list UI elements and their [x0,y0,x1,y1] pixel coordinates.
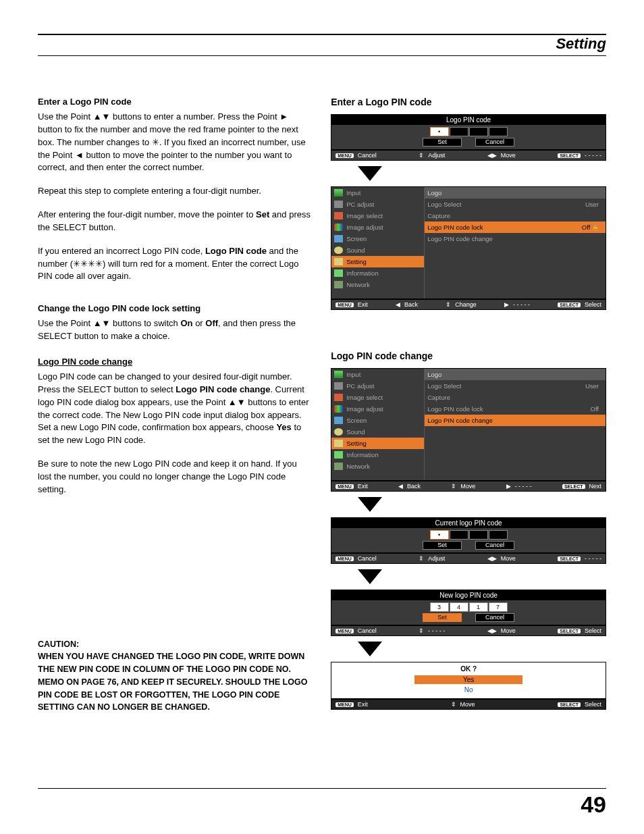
menu-icon [334,417,343,424]
menu-item[interactable]: Sound [331,244,424,256]
hint-bar: MENUCancel ⇕ - - - - - ◀▶ Move SELECTSel… [331,625,606,636]
pin-entry-title: Logo PIN code [331,115,606,125]
submenu-item[interactable]: Logo PIN code change [425,233,606,244]
menu-icon [334,451,343,459]
set-button[interactable]: Set [423,541,462,550]
right-icon: ► [279,111,288,122]
star-icon: ✳ [152,137,159,147]
hint-bar: MENUCancel ⇕ Adjust ◀▶ Move SELECT- - - … [331,553,606,564]
menu-item[interactable]: Information [331,449,424,461]
cancel-button[interactable]: Cancel [475,138,514,147]
pin-digit[interactable]: • [430,127,449,136]
arrow-down-icon [358,166,382,181]
menu-item[interactable]: Sound [331,426,424,438]
menu-item[interactable]: Network [331,279,424,290]
section-change-pin-p1: Logo PIN code can be changed to your des… [38,371,311,447]
confirm-yes[interactable]: Yes [414,675,522,684]
section-enter-pin-p3: After entering the four-digit number, mo… [38,209,311,234]
pin-digit[interactable]: 3 [430,602,449,612]
cancel-button[interactable]: Cancel [475,541,514,550]
confirm-title: OK ? [331,662,606,675]
menu-item[interactable]: Input [331,369,424,380]
arrow-down-icon [358,569,382,584]
submenu-item[interactable]: Logo PIN code lockOff [425,403,606,415]
submenu-item[interactable]: Logo SelectUser [425,380,606,392]
osd-menu-a: InputPC adjustImage selectImage adjustSc… [331,186,606,299]
menu-item[interactable]: Information [331,267,424,279]
section-change-pin-p2: Be sure to note the new Logo PIN code an… [38,458,311,496]
menu-icon [334,405,343,413]
left-column: Enter a Logo PIN code Use the Point ▲▼ b… [38,97,311,714]
pin-digit[interactable]: 4 [450,602,468,612]
menu-item[interactable]: Setting▸ [331,256,424,267]
menu-item[interactable]: Image adjust [331,221,424,233]
menu-icon [334,201,343,208]
set-button[interactable]: Set [423,613,462,622]
cancel-button[interactable]: Cancel [475,613,514,622]
section-enter-pin-p2: Repeat this step to complete entering a … [38,185,311,198]
arrow-down-icon [358,642,382,656]
new-pin-box: New logo PIN code 3417 Set Cancel [331,590,606,625]
caution-block: CAUTION: WHEN YOU HAVE CHANGED THE LOGO … [38,638,311,714]
pin-digit[interactable]: 7 [489,602,508,612]
section-enter-pin-p4: If you entered an incorrect Logo PIN cod… [38,245,311,284]
section-enter-pin-p1: Use the Point ▲▼ buttons to enter a numb… [38,111,311,174]
shot1-title: Enter a Logo PIN code [331,97,606,107]
menu-item[interactable]: Screen [331,415,424,426]
menu-item[interactable]: Setting▸ [331,438,424,449]
updown-icon: ▲▼ [93,111,111,122]
menu-item[interactable]: Image select [331,210,424,221]
set-button[interactable]: Set [423,138,462,147]
submenu-header: Logo [425,369,606,380]
section-change-lock-title: Change the Logo PIN code lock setting [38,303,311,313]
right-column: Enter a Logo PIN code Logo PIN code • Se… [331,97,606,714]
pin-digit[interactable] [489,530,508,540]
section-change-pin-title: Logo PIN code change [38,357,311,367]
osd-menu-b: InputPC adjustImage selectImage adjustSc… [331,368,606,481]
menu-icon [334,428,343,436]
menu-icon [334,394,343,401]
submenu-item[interactable]: Logo SelectUser [425,199,606,210]
submenu-item[interactable]: Logo PIN code lockOff [425,221,606,233]
submenu-header: Logo [425,187,606,199]
pin-digit[interactable] [450,530,468,540]
page-header: Setting [38,35,606,56]
menu-icon [334,224,343,231]
menu-item[interactable]: Image adjust [331,403,424,415]
hint-bar: MENUExit ◀Back ⇕ Move ▶- - - - - SELECTN… [331,481,606,492]
hint-bar: MENUExit ◀Back ⇕ Change ▶- - - - - SELEC… [331,299,606,310]
menu-item[interactable]: Screen [331,233,424,244]
new-pin-title: New logo PIN code [331,590,606,600]
menu-item[interactable]: PC adjust [331,380,424,392]
menu-icon [334,281,343,288]
left-icon: ◄ [75,150,84,160]
page-number: 49 [38,791,606,818]
menu-item[interactable]: Input [331,187,424,199]
arrow-down-icon [358,497,382,512]
menu-icon [334,440,343,447]
current-pin-box: Current logo PIN code • Set Cancel [331,517,606,553]
confirm-box: OK ? Yes No [331,662,606,699]
pin-digit[interactable]: 1 [469,602,488,612]
section-change-lock-p1: Use the Point ▲▼ buttons to switch On or… [38,317,311,343]
menu-item[interactable]: Image select [331,392,424,403]
current-pin-title: Current logo PIN code [331,518,606,528]
menu-item[interactable]: Network [331,461,424,472]
pin-digit[interactable] [489,127,508,136]
pin-digit[interactable]: • [430,530,449,540]
confirm-no[interactable]: No [414,685,522,694]
menu-icon [334,189,343,197]
menu-icon [334,463,343,470]
section-enter-pin-title: Enter a Logo PIN code [38,97,311,107]
pin-digit[interactable] [450,127,468,136]
menu-icon [334,235,343,242]
menu-icon [334,382,343,390]
pin-digit[interactable] [469,530,488,540]
submenu-item[interactable]: Capture [425,210,606,221]
pin-entry-box: Logo PIN code • Set Cancel [331,114,606,150]
menu-item[interactable]: PC adjust [331,199,424,210]
submenu-item[interactable]: Logo PIN code change [425,415,606,426]
submenu-item[interactable]: Capture [425,392,606,403]
pin-digit[interactable] [469,127,488,136]
menu-icon [334,212,343,219]
